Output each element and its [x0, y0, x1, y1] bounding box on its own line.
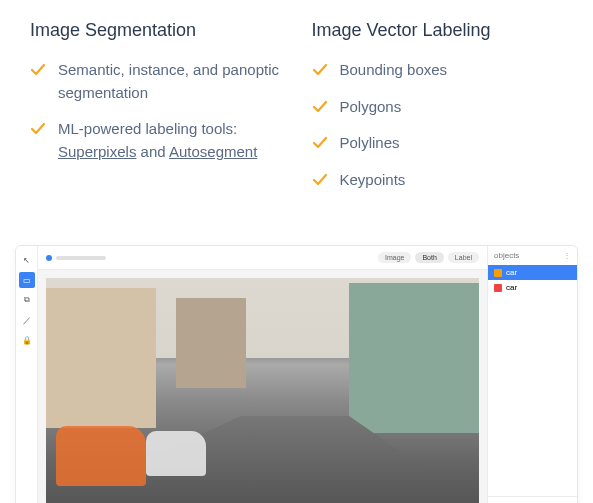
building: [349, 283, 479, 433]
vector-title: Image Vector Labeling: [312, 20, 564, 41]
rectangle-tool-icon[interactable]: ▭: [19, 272, 35, 288]
feature-item: Polygons: [312, 96, 564, 119]
tab-both[interactable]: Both: [415, 252, 443, 263]
check-icon: [312, 135, 328, 151]
car-mask: [146, 431, 206, 476]
segmentation-list: Semantic, instance, and panoptic segment…: [30, 59, 282, 163]
main-canvas-area: Image Both Label: [38, 246, 487, 503]
tab-label[interactable]: Label: [448, 252, 479, 263]
slider-track: [56, 256, 106, 260]
check-icon: [312, 99, 328, 115]
feature-text: Bounding boxes: [340, 59, 448, 82]
feature-item: Polylines: [312, 132, 564, 155]
check-icon: [30, 62, 46, 78]
feature-text: Polygons: [340, 96, 402, 119]
feature-text: ML-powered labeling tools: Superpixels a…: [58, 118, 282, 163]
check-icon: [30, 121, 46, 137]
image-vector-labeling-column: Image Vector Labeling Bounding boxes Pol…: [312, 20, 564, 205]
feature-item: Semantic, instance, and panoptic segment…: [30, 59, 282, 104]
panel-header: objects ⋮: [488, 246, 577, 265]
panel-section-title: object attributes: [488, 496, 577, 503]
top-toolbar: Image Both Label: [38, 246, 487, 270]
autosegment-link[interactable]: Autosegment: [169, 143, 257, 160]
superpixels-link[interactable]: Superpixels: [58, 143, 136, 160]
object-row-selected[interactable]: car: [488, 265, 577, 280]
street-photo: [46, 278, 479, 503]
feature-text: Keypoints: [340, 169, 406, 192]
objects-panel: objects ⋮ car car object attributes: [487, 246, 577, 503]
opacity-slider[interactable]: [46, 255, 106, 261]
object-label: car: [506, 283, 517, 292]
cursor-tool-icon[interactable]: ↖: [19, 252, 35, 268]
object-row[interactable]: car: [488, 280, 577, 295]
view-tabs: Image Both Label: [378, 252, 479, 263]
vector-list: Bounding boxes Polygons Polylines Keypoi…: [312, 59, 564, 191]
more-icon[interactable]: ⋮: [563, 251, 571, 260]
feature-item: Keypoints: [312, 169, 564, 192]
image-segmentation-column: Image Segmentation Semantic, instance, a…: [30, 20, 282, 205]
object-label: car: [506, 268, 517, 277]
check-icon: [312, 62, 328, 78]
building: [176, 298, 246, 388]
labeling-app-screenshot: ↖ ▭ ⧉ ／ 🔒 Image Both Label: [15, 245, 578, 503]
feature-text: Semantic, instance, and panoptic segment…: [58, 59, 282, 104]
feature-item: ML-powered labeling tools: Superpixels a…: [30, 118, 282, 163]
color-swatch-icon: [494, 284, 502, 292]
lock-tool-icon[interactable]: 🔒: [19, 332, 35, 348]
car-mask-selected: [56, 426, 146, 486]
tab-image[interactable]: Image: [378, 252, 411, 263]
feature-item: Bounding boxes: [312, 59, 564, 82]
crop-tool-icon[interactable]: ⧉: [19, 292, 35, 308]
color-swatch-icon: [494, 269, 502, 277]
canvas[interactable]: [38, 270, 487, 503]
segmentation-title: Image Segmentation: [30, 20, 282, 41]
slider-thumb-icon: [46, 255, 52, 261]
panel-title: objects: [494, 251, 519, 260]
check-icon: [312, 172, 328, 188]
building: [46, 288, 156, 428]
line-tool-icon[interactable]: ／: [19, 312, 35, 328]
left-toolbar: ↖ ▭ ⧉ ／ 🔒: [16, 246, 38, 503]
feature-text: Polylines: [340, 132, 400, 155]
